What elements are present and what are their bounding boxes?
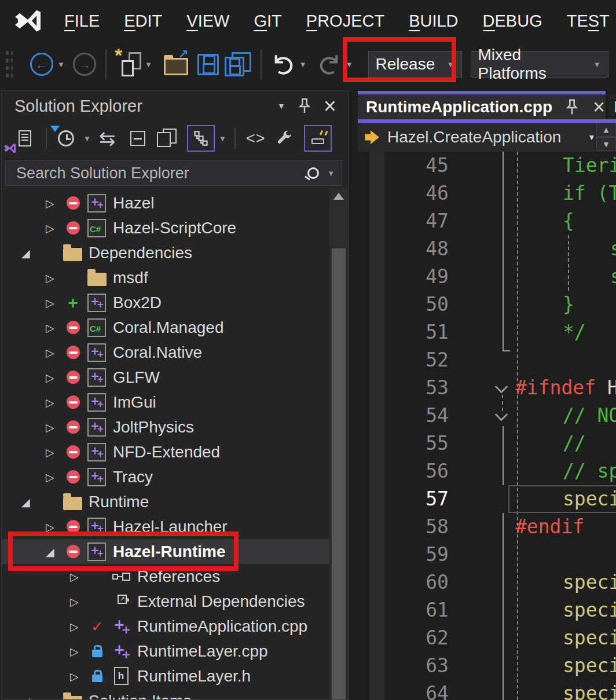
solution-explorer-search[interactable]: Search Solution Explorer ▼ [5, 160, 342, 186]
code-line-61[interactable]: 61speci [358, 596, 616, 624]
code-line-53[interactable]: 53#ifndef H [358, 374, 616, 402]
code-line-59[interactable]: 59 [358, 541, 616, 569]
scroll-up-arrow-icon[interactable] [333, 193, 344, 200]
expand-arrow-icon[interactable]: ▷ [46, 371, 62, 384]
code-line-56[interactable]: 56// sp [358, 457, 616, 485]
pending-changes-filter-button[interactable] [53, 124, 79, 152]
pin-icon[interactable] [298, 98, 311, 114]
properties-button[interactable] [270, 124, 298, 152]
new-project-dropdown-caret[interactable]: ▼ [145, 60, 152, 69]
expand-arrow-icon[interactable]: ▷ [46, 396, 62, 409]
code-line-64[interactable]: 64speci [358, 680, 616, 700]
toolbar-grip[interactable] [5, 49, 13, 79]
tree-item-coral-managed[interactable]: ▷C#Coral.Managed [2, 315, 329, 340]
expand-arrow-icon[interactable]: ▷ [70, 670, 86, 683]
sync-with-active-document-button[interactable]: ⇆ [91, 124, 123, 152]
tree-item-joltphysics[interactable]: ▷++JoltPhysics [2, 415, 329, 439]
expand-arrow-icon[interactable]: ▷ [46, 446, 62, 459]
code-line-63[interactable]: 63speci [358, 652, 616, 680]
code-line-60[interactable]: 60speci [358, 569, 616, 596]
navigation-symbol[interactable]: Hazel.CreateApplication [387, 128, 561, 146]
navigation-dropdown-caret[interactable]: ▼ [588, 133, 596, 142]
switch-views-button[interactable] [10, 124, 40, 152]
navigate-forward-button[interactable]: → [73, 53, 96, 76]
close-icon[interactable]: × [324, 97, 336, 115]
tree-item-hazel-launcher[interactable]: ▷++Hazel-Launcher [2, 514, 329, 539]
file-nesting-toggle[interactable] [187, 125, 215, 152]
tree-item-runtimelayer-h[interactable]: ▷hRuntimeLayer.h [2, 664, 329, 688]
new-project-button[interactable]: * [116, 51, 142, 78]
expand-arrow-icon[interactable]: ▷ [70, 645, 86, 658]
tree-item-box2d[interactable]: ▷+++Box2D [2, 290, 329, 315]
tab-close-icon[interactable]: × [593, 99, 605, 115]
code-line-57[interactable]: 57speci [358, 485, 616, 513]
expand-arrow-icon[interactable]: ▷ [46, 222, 62, 234]
undo-dropdown-caret[interactable]: ▼ [299, 60, 307, 69]
show-all-files-button[interactable] [152, 124, 182, 152]
expand-arrow-icon[interactable]: ▷ [70, 620, 86, 633]
redo-dropdown-caret[interactable]: ▼ [346, 60, 353, 69]
save-all-button[interactable] [225, 52, 251, 76]
expand-arrow-icon[interactable]: ▷ [70, 595, 86, 608]
expand-arrow-icon[interactable]: ▷ [46, 521, 62, 533]
solution-configuration-combo[interactable]: Release ▼ [368, 51, 462, 78]
solution-platform-combo[interactable]: Mixed Platforms ▼ [471, 51, 608, 78]
expand-arrow-icon[interactable]: ▷ [46, 296, 62, 309]
tree-item-tracy[interactable]: ▷++Tracy [2, 464, 329, 489]
menu-debug[interactable]: DEBUG [471, 12, 555, 31]
code-line-49[interactable]: 49s [358, 263, 616, 291]
code-line-62[interactable]: 62speci [358, 624, 616, 652]
tree-item-runtime[interactable]: ◢Runtime [2, 489, 329, 514]
editor-tab-next[interactable]: F [609, 94, 616, 119]
menu-test[interactable]: TEST [555, 12, 616, 31]
collapse-all-button[interactable] [123, 124, 152, 152]
collapse-arrow-icon[interactable]: ◢ [46, 545, 62, 558]
expand-arrow-icon[interactable]: ▷ [46, 197, 62, 210]
tree-item-msdf[interactable]: ▷msdf [2, 265, 329, 290]
code-line-50[interactable]: 50} [358, 291, 616, 318]
tree-item-runtimelayer-cpp[interactable]: ▷++RuntimeLayer.cpp [2, 639, 329, 664]
scrollbar-thumb[interactable] [332, 248, 346, 700]
code-editor-surface[interactable]: 45Tieri46if (T47{48s49s50}51*/5253#ifnde… [358, 152, 616, 700]
expand-arrow-icon[interactable]: ▷ [46, 471, 62, 483]
tree-item-nfd-extended[interactable]: ▷++NFD-Extended [2, 439, 329, 464]
code-line-58[interactable]: 58#endif [358, 513, 616, 541]
tree-item-runtimeapplication-cpp[interactable]: ▷✓++RuntimeApplication.cpp [2, 614, 329, 639]
expand-arrow-icon[interactable]: ▷ [46, 321, 62, 334]
search-icon[interactable] [307, 167, 319, 179]
tree-item-hazel[interactable]: ▷++Hazel [2, 190, 329, 215]
navigate-back-button[interactable]: ← [30, 53, 53, 76]
tree-scrollbar[interactable] [329, 188, 348, 699]
editor-tab-active[interactable]: RuntimeApplication.cpp × [358, 94, 606, 119]
menu-project[interactable]: PROJECT [294, 12, 397, 31]
menu-file[interactable]: FILE [52, 12, 112, 31]
tree-item-dependencies[interactable]: ◢Dependencies [2, 240, 329, 265]
tree-item-imgui[interactable]: ▷++ImGui [2, 390, 329, 415]
code-line-52[interactable]: 52 [358, 346, 616, 374]
tree-item-coral-native[interactable]: ▷++Coral.Native [2, 340, 329, 365]
tab-pin-icon[interactable] [565, 99, 579, 115]
collapse-arrow-icon[interactable]: ◢ [21, 496, 38, 508]
code-line-45[interactable]: 45Tieri [358, 152, 616, 179]
expand-arrow-icon[interactable]: ▷ [46, 346, 62, 359]
code-line-48[interactable]: 48s [358, 235, 616, 263]
tree-item-references[interactable]: ▷References [2, 564, 329, 589]
open-file-button[interactable]: ↗ [164, 58, 188, 75]
filter-dropdown-caret[interactable]: ▼ [83, 134, 91, 143]
code-line-55[interactable]: 55// [358, 430, 616, 457]
window-position-caret-icon[interactable]: ▼ [277, 101, 285, 111]
view-code-button[interactable]: <> [241, 124, 270, 152]
scroll-line-up-button[interactable]: ▲ [596, 123, 616, 137]
redo-button[interactable] [317, 53, 342, 76]
scroll-line-down-button[interactable]: ▼ [596, 137, 616, 151]
menu-view[interactable]: VIEW [174, 12, 241, 31]
code-line-47[interactable]: 47{ [358, 207, 616, 235]
navigate-back-dropdown-caret[interactable]: ▼ [57, 60, 65, 69]
search-options-caret[interactable]: ▼ [327, 169, 335, 178]
menu-edit[interactable]: EDIT [112, 12, 174, 31]
collapse-arrow-icon[interactable]: ◢ [21, 247, 38, 259]
code-line-46[interactable]: 46if (T [358, 179, 616, 207]
nesting-dropdown-caret[interactable]: ▼ [219, 134, 226, 143]
expand-arrow-icon[interactable]: ▷ [46, 421, 62, 434]
code-line-51[interactable]: 51*/ [358, 318, 616, 346]
